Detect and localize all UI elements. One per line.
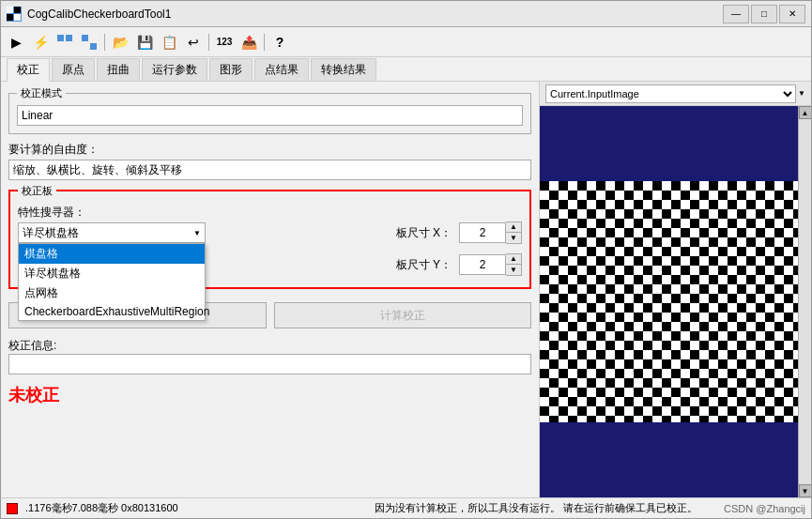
window-controls: — □ ✕: [723, 5, 805, 23]
right-panel-image: ▲ ▼: [540, 106, 811, 497]
calib-info-section: 校正信息:: [8, 338, 531, 374]
svg-rect-6: [82, 35, 88, 41]
uncalibrated-text: 未校正: [8, 384, 531, 406]
calib-info-box: [8, 354, 531, 374]
size-x-down[interactable]: ▼: [506, 233, 521, 243]
tab-run-params[interactable]: 运行参数: [142, 58, 207, 81]
tab-graphics[interactable]: 图形: [209, 58, 253, 81]
svg-rect-5: [66, 35, 72, 41]
size-x-spinner-btns: ▲ ▼: [506, 221, 522, 244]
calib-mode-label: 校正模式: [17, 86, 66, 100]
reset-button[interactable]: [78, 31, 100, 53]
size-y-spinner-btns: ▲ ▼: [506, 253, 522, 276]
size-y-spinner: ▲ ▼: [459, 253, 522, 276]
size-x-spinner: ▲ ▼: [459, 221, 522, 244]
toolbar-separator: [104, 34, 105, 51]
size-x-label: 板尺寸 X：: [396, 225, 452, 241]
feature-finder-selected[interactable]: 详尽棋盘格 ▼: [18, 222, 206, 243]
svg-rect-7: [90, 43, 97, 50]
dof-dropdown-container: 缩放、纵横比、旋转、倾斜及平移: [8, 160, 531, 180]
export-button[interactable]: 📤: [237, 31, 260, 53]
window-title: CogCalibCheckerboardTool1: [27, 8, 723, 21]
tab-calibration[interactable]: 校正: [7, 58, 50, 82]
size-y-down[interactable]: ▼: [506, 265, 521, 275]
svg-rect-0: [7, 7, 13, 13]
dof-row: 缩放、纵横比、旋转、倾斜及平移: [8, 160, 531, 180]
close-button[interactable]: ✕: [779, 5, 805, 23]
tab-origin[interactable]: 原点: [52, 58, 95, 81]
tab-transform-results[interactable]: 转换结果: [311, 58, 376, 81]
counter-button[interactable]: 123: [213, 31, 236, 53]
saveas-button[interactable]: 📋: [158, 31, 180, 53]
calib-mode-dropdown-container: Linear: [17, 105, 523, 126]
size-x-up[interactable]: ▲: [506, 222, 521, 233]
dof-label: 要计算的自由度：: [8, 142, 531, 158]
size-x-input[interactable]: [459, 222, 506, 243]
preview-container: [540, 106, 811, 497]
dropdown-item-dotgrid[interactable]: 点网格: [19, 283, 205, 303]
dropdown-item-checkerboard[interactable]: 棋盘格: [19, 244, 205, 264]
save-button[interactable]: 💾: [133, 31, 156, 53]
csdn-watermark: CSDN @Zhangcij: [724, 503, 805, 514]
open-button[interactable]: 📂: [109, 31, 131, 53]
compute-button[interactable]: 计算校正: [274, 302, 532, 328]
calib-board-title: 校正板: [18, 184, 56, 198]
dropdown-item-exhaustive[interactable]: 详尽棋盘格: [19, 264, 205, 283]
feature-finder-arrow: ▼: [193, 229, 201, 237]
dof-section: 要计算的自由度： 缩放、纵横比、旋转、倾斜及平移: [8, 142, 531, 180]
checkerboard-area: [540, 181, 811, 422]
size-y-input[interactable]: [459, 254, 506, 275]
status-indicator: [7, 503, 18, 514]
preview-bottom-bar: [540, 422, 811, 497]
right-panel-scroll-arrow: ▼: [798, 89, 805, 98]
minimize-button[interactable]: —: [723, 5, 749, 23]
size-y-up[interactable]: ▲: [506, 254, 521, 265]
svg-rect-2: [7, 14, 13, 21]
size-x-row: 板尺寸 X： ▲ ▼: [396, 221, 522, 244]
toolbar: ▶ ⚡ 📂 💾 📋 ↩ 123 📤 ?: [1, 27, 811, 57]
run-button[interactable]: ▶: [5, 31, 27, 53]
svg-rect-3: [14, 14, 21, 21]
help-button[interactable]: ?: [268, 31, 291, 53]
dropdown-item-multi[interactable]: CheckerboardExhaustiveMultiRegion: [19, 303, 205, 320]
tab-point-results[interactable]: 点结果: [254, 58, 309, 81]
svg-rect-1: [14, 7, 21, 13]
calib-mode-select[interactable]: Linear: [17, 105, 523, 126]
right-panel: Current.InputImage ▼ ▲ ▼: [539, 82, 811, 497]
scroll-down-btn[interactable]: ▼: [799, 484, 812, 497]
maximize-button[interactable]: □: [751, 5, 777, 23]
status-bar: .1176毫秒7.088毫秒 0x80131600 因为没有计算校正，所以工具没…: [1, 497, 811, 518]
right-panel-select[interactable]: Current.InputImage: [545, 84, 796, 103]
status-time: .1176毫秒7.088毫秒 0x80131600: [25, 501, 367, 515]
svg-rect-4: [57, 35, 64, 41]
calib-mode-row: Linear: [17, 105, 523, 126]
left-panel: 校正模式 Linear 要计算的自由度： 缩放、纵横比、旋转、倾斜及平移: [1, 82, 539, 497]
calib-board-section: 校正板 特性搜寻器： 详尽棋盘格 ▼ 棋盘格: [8, 190, 531, 289]
feature-finder-label: 特性搜寻器：: [18, 205, 389, 221]
tab-bar: 校正 原点 扭曲 运行参数 图形 点结果 转换结果: [1, 57, 811, 82]
calib-info-label: 校正信息:: [8, 338, 531, 354]
title-bar: CogCalibCheckerboardTool1 — □ ✕: [1, 1, 811, 27]
window-icon: [7, 7, 22, 22]
dof-select[interactable]: 缩放、纵横比、旋转、倾斜及平移: [8, 160, 531, 180]
feature-finder-row: 特性搜寻器： 详尽棋盘格 ▼ 棋盘格 详尽棋盘格 点网格: [18, 205, 522, 280]
toolbar-separator-3: [264, 34, 265, 51]
tab-distortion[interactable]: 扭曲: [97, 58, 140, 81]
toolbar-separator-2: [208, 34, 209, 51]
status-message: 因为没有计算校正，所以工具没有运行。 请在运行前确保工具已校正。: [375, 501, 716, 515]
right-panel-header: Current.InputImage ▼: [540, 82, 811, 106]
feature-finder-dropdown-wrapper: 详尽棋盘格 ▼ 棋盘格 详尽棋盘格 点网格 CheckerboardExhaus…: [18, 222, 206, 243]
main-window: CogCalibCheckerboardTool1 — □ ✕ ▶ ⚡ 📂 💾 …: [0, 0, 812, 519]
size-y-row: 板尺寸 Y： ▲ ▼: [396, 253, 522, 276]
size-fields: 板尺寸 X： ▲ ▼ 板尺寸 Y：: [396, 221, 522, 280]
right-scrollbar[interactable]: ▲ ▼: [798, 106, 811, 497]
undo-button[interactable]: ↩: [182, 31, 205, 53]
feature-finder-left: 特性搜寻器： 详尽棋盘格 ▼ 棋盘格 详尽棋盘格 点网格: [18, 205, 389, 243]
scroll-up-btn[interactable]: ▲: [799, 106, 812, 119]
stop-button[interactable]: ⚡: [29, 31, 52, 53]
step-button[interactable]: [54, 31, 76, 53]
preview-top-bar: [540, 106, 811, 181]
calib-mode-group: 校正模式 Linear: [8, 93, 531, 134]
content-area: 校正模式 Linear 要计算的自由度： 缩放、纵横比、旋转、倾斜及平移: [1, 82, 811, 497]
feature-finder-dropdown-list: 棋盘格 详尽棋盘格 点网格 CheckerboardExhaustiveMult…: [18, 243, 206, 321]
